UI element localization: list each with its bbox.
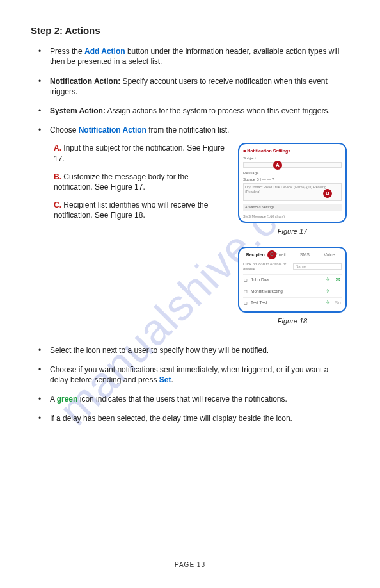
add-action-link: Add Action	[84, 47, 125, 56]
user-icon: ◻	[243, 277, 248, 283]
bullet-system-action: System Action: Assign actions for the sy…	[50, 106, 349, 116]
page-number: PAGE 13	[0, 560, 380, 569]
bullet-green-icon: A green icon indicates that the users th…	[50, 394, 349, 404]
user-icon: ◻	[243, 300, 248, 306]
green-text: green	[57, 395, 78, 404]
figure-18-box: Recipien Email SMS Voice C Click on icon…	[238, 247, 347, 313]
bullet-delay-display: If a delay has been selected, the delay …	[50, 413, 349, 423]
subject-input-mock: A	[243, 162, 342, 168]
figure-17-caption: Figure 17	[238, 227, 347, 236]
name-filter-mock: Name	[293, 263, 342, 270]
letter-list: A. Input the subject for the notificatio…	[50, 143, 229, 220]
recipient-row: ◻ Monnit Marketing ✈	[243, 286, 342, 297]
recipient-tabs: Recipien Email SMS Voice C	[243, 252, 342, 259]
letter-a: A. Input the subject for the notificatio…	[54, 143, 229, 163]
bullet-add-action: Press the Add Action button under the in…	[50, 46, 349, 67]
recipient-row: ◻ John Doa ✈ ✉	[243, 274, 342, 286]
editor-toolbar-mock: Source B I — — ?	[243, 177, 342, 182]
bullet-delay-set: Choose if you want notifications sent im…	[50, 364, 349, 385]
main-list: Press the Add Action button under the in…	[31, 46, 349, 423]
send-icon: ✈	[324, 288, 331, 295]
enable-hint: Click on icon to enable or disable Name	[243, 261, 342, 272]
notification-action-link: Notification Action	[79, 126, 146, 135]
bullet-choose-notification: Choose Notification Action from the noti…	[50, 125, 349, 336]
user-icon: ◻	[243, 289, 248, 295]
recipient-row: ◻ Test Test ✈ Sn	[243, 297, 342, 309]
badge-a: A	[273, 161, 282, 170]
message-body-mock: DryContact Read True Device: {Name} {ID}…	[243, 183, 342, 201]
bullet-notification-action: Notification Action: Specify account use…	[50, 76, 349, 97]
letter-c: C. Recipient list identifies who will re…	[54, 200, 229, 220]
figure-18-caption: Figure 18	[238, 316, 347, 326]
bullet-select-icon: Select the icon next to a user to specif…	[50, 345, 349, 355]
send-icon: ✈	[324, 300, 331, 307]
chat-icon: ✉	[334, 277, 342, 284]
badge-c: C	[267, 250, 276, 259]
step-heading: Step 2: Actions	[31, 24, 349, 37]
page-content: Step 2: Actions Press the Add Action but…	[31, 24, 349, 424]
letter-b: B. Customize the message body for the no…	[54, 172, 229, 192]
delay-text: Sn	[334, 300, 342, 307]
badge-b: B	[323, 189, 332, 198]
figure-17-box: ■ Notification Settings Subject A Messag…	[238, 143, 347, 223]
set-link: Set	[159, 375, 171, 384]
send-icon: ✈	[324, 277, 331, 284]
